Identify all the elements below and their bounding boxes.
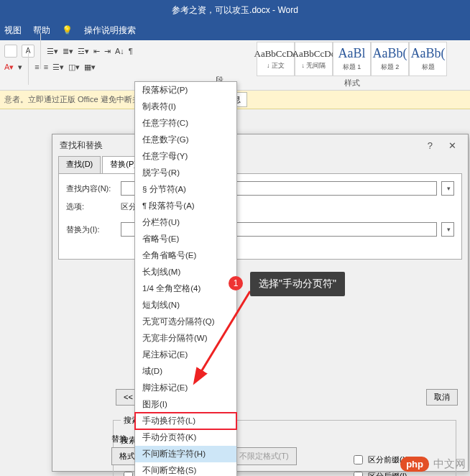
styles-group-label: 样式 [344,78,360,88]
dd-column-break[interactable]: 分栏符(U) [135,214,236,231]
replace-with-label: 替换为(I): [66,224,116,235]
document-title: 参考之资，可以攻玉.docx - Word [172,4,298,17]
check-suffix[interactable] [354,472,363,476]
separator [40,33,41,69]
multilevel-icon[interactable]: ☲▾ [78,47,89,56]
dd-caret[interactable]: 脱字号(R) [135,165,236,181]
dialog-titlebar: 查找和替换 ? ✕ [52,134,468,156]
menu-view[interactable]: 视图 [4,24,22,37]
check-whole-word[interactable] [124,472,133,476]
align-center-icon[interactable]: ≡ [44,63,48,71]
annotation-tooltip: 选择"手动分页符" [250,272,345,296]
dd-manual-line-break[interactable]: 手动换行符(L) [135,413,236,429]
dd-nonbreak-hyphen[interactable]: 不间断连字符(H) [135,446,236,462]
bullets-icon[interactable]: ☰▾ [47,47,58,56]
highlight-icon[interactable]: ▾ [18,63,22,72]
dd-full-ellipsis[interactable]: 全角省略号(E) [135,247,236,264]
tab-find[interactable]: 查找(D) [58,156,101,173]
close-icon[interactable]: ✕ [444,140,461,151]
lightbulb-icon: 💡 [62,25,73,35]
style-title[interactable]: AaBb(标题 [409,42,447,76]
cancel-button[interactable]: 取消 [426,389,458,406]
dd-tab-char[interactable]: 制表符(I) [135,99,236,115]
find-what-dropdown[interactable] [441,181,454,196]
tab-panel-replace: 查找内容(N): 选项: 区分 替换为(I): [58,173,462,260]
menu-help[interactable]: 帮助 [33,24,50,37]
borders-icon[interactable]: ▦▾ [84,63,96,72]
watermark-logo: php [400,457,429,472]
line-spacing-icon[interactable]: ☰▾ [52,63,64,72]
dd-any-letter[interactable]: 任意字母(Y) [135,148,236,165]
no-format-button[interactable]: 不限定格式(T) [231,447,297,465]
sort-icon[interactable]: A↓ [115,47,124,55]
find-replace-dialog: 查找和替换 ? ✕ 查找(D) 替换(P) 查找内容(N): 选项: 区分 替换… [52,134,469,472]
replace-with-dropdown[interactable] [441,222,454,237]
style-nospacing[interactable]: AaBbCcDc↓ 无间隔 [295,42,333,76]
svg-line-0 [200,291,250,374]
dd-graphic[interactable]: 图形(I) [135,396,236,413]
dd-any-digit[interactable]: 任意数字(G) [135,132,236,148]
shading-icon[interactable]: ◫▾ [68,63,80,72]
annotation-badge: 1 [229,276,243,290]
watermark-text: 中文网 [433,457,466,471]
dd-em-dash[interactable]: 长划线(M) [135,264,236,280]
dd-manual-page-break[interactable]: 手动分页符(K) [135,429,236,446]
style-heading1[interactable]: AaBl标题 1 [333,42,371,76]
tell-me-search[interactable]: 操作说明搜索 [84,24,136,37]
dd-section-char[interactable]: § 分节符(A) [135,181,236,198]
title-bar: 参考之资，可以攻玉.docx - Word [0,0,470,20]
indent-right-icon[interactable]: ⇥ [104,47,111,56]
style-normal[interactable]: AaBbCcDc↓ 正文 [257,42,295,76]
dialog-title: 查找和替换 [60,139,103,152]
options-label: 选项: [66,201,116,212]
show-marks-icon[interactable]: ¶ [129,47,133,55]
styles-group: AaBbCcDc↓ 正文 AaBbCcDc↓ 无间隔 AaBl标题 1 AaBb… [234,40,470,90]
menu-bar: 视图 帮助 💡 操作说明搜索 [0,20,470,40]
font-box-icon[interactable] [4,45,17,58]
dialog-tabs: 查找(D) 替换(P) [52,156,468,173]
watermark: php 中文网 [400,457,466,472]
dd-any-char[interactable]: 任意字符(C) [135,115,236,132]
message-text: 意者。立即通过正版 Office 避免中断并使 [4,94,148,105]
dd-ellipsis[interactable]: 省略号(E) [135,231,236,247]
help-icon[interactable]: ? [423,140,437,151]
indent-left-icon[interactable]: ⇤ [93,47,100,56]
find-what-label: 查找内容(N): [66,183,116,194]
font-color-icon[interactable]: A▾ [4,63,14,72]
dd-para-char[interactable]: ¶ 段落符号(A) [135,198,236,214]
style-heading2[interactable]: AaBb(标题 2 [371,42,409,76]
numbering-icon[interactable]: ≣▾ [63,47,73,56]
style-gallery[interactable]: AaBbCcDc↓ 正文 AaBbCcDc↓ 无间隔 AaBl标题 1 AaBb… [257,42,447,76]
align-left-icon[interactable]: ≡ [34,63,39,71]
special-format-menu: 段落标记(P) 制表符(I) 任意字符(C) 任意数字(G) 任意字母(Y) 脱… [134,81,237,476]
dd-paragraph-mark[interactable]: 段落标记(P) [135,82,236,99]
separator [28,49,29,85]
annotation-arrow [193,288,257,388]
dd-nonbreak-space[interactable]: 不间断空格(S) [135,462,236,476]
